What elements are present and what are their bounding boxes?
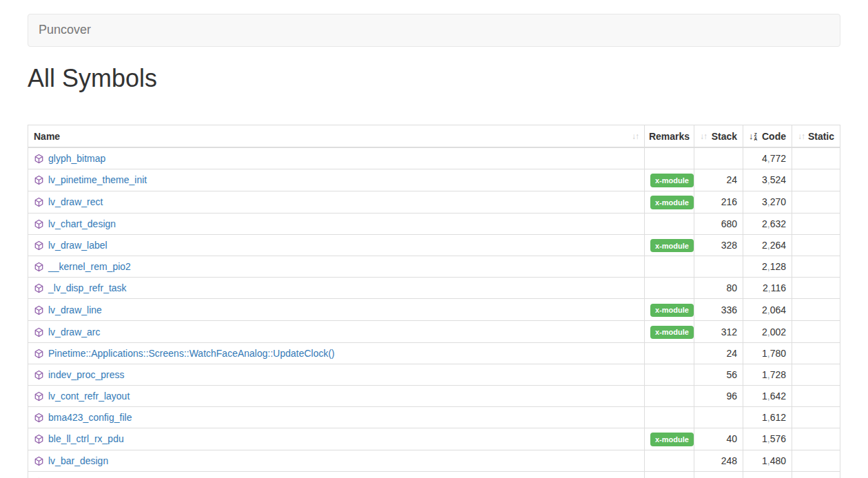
static-cell [792,299,840,321]
static-cell [792,385,840,406]
symbol-name-cell: inv_arc_area [28,471,645,478]
code-cell: 2,002 [743,321,792,343]
remarks-cell: x-module [645,191,694,213]
symbol-link[interactable]: glyph_bitmap [48,153,105,164]
sort-icon: ↓↑ [632,129,639,143]
symbol-link[interactable]: lv_draw_rect [48,196,103,207]
stack-cell: 328 [694,234,743,256]
stack-cell [694,406,743,428]
column-header-remarks[interactable]: Remarks [645,125,694,147]
stack-cell: 248 [694,450,743,471]
code-cell: 3,524 [743,169,792,191]
remarks-cell [645,471,694,478]
remarks-cell [645,406,694,428]
column-header-static[interactable]: ↓↑ Static [792,125,840,147]
static-cell [792,471,840,478]
code-cell: 3,270 [743,191,792,213]
symbols-table: Name ↓↑ Remarks ↓↑ Stack [28,125,840,478]
remarks-cell [645,278,694,299]
cube-icon [34,219,44,229]
symbol-name-cell: lv_pinetime_theme_init [28,169,645,191]
symbol-name-cell: lv_draw_arc [28,321,645,343]
symbol-name-cell: lv_draw_line [28,299,645,321]
symbol-name-cell: ble_ll_ctrl_rx_pdu [28,428,645,450]
static-cell [792,450,840,471]
cube-icon [34,413,44,423]
remarks-cell: x-module [645,321,694,343]
column-header-code[interactable]: ↓ Z A Code [743,125,792,147]
symbol-link[interactable]: __kernel_rem_pio2 [48,261,131,272]
symbol-name-cell: __kernel_rem_pio2 [28,256,645,278]
code-cell: 2,632 [743,213,792,234]
code-cell: 1,612 [743,406,792,428]
page-container: Puncover All Symbols Name ↓↑ Remarks [0,14,868,478]
cube-icon [34,175,44,185]
symbol-link[interactable]: lv_pinetime_theme_init [48,174,147,185]
static-cell [792,278,840,299]
symbol-link[interactable]: lv_draw_line [48,304,102,315]
static-cell [792,234,840,256]
column-label-name: Name [34,129,60,143]
remarks-cell [645,342,694,364]
cube-icon [34,283,44,293]
stack-cell: 88 [694,471,743,478]
cube-icon [34,391,44,402]
column-header-name[interactable]: Name ↓↑ [28,125,645,147]
code-cell: 2,116 [743,278,792,299]
navbar-brand-link[interactable]: Puncover [28,21,101,39]
table-header-row: Name ↓↑ Remarks ↓↑ Stack [28,125,840,147]
symbol-link[interactable]: _lv_disp_refr_task [48,282,127,293]
symbol-link[interactable]: Pinetime::Applications::Screens::WatchFa… [48,348,335,359]
remarks-cell: x-module [645,428,694,450]
symbol-link[interactable]: bma423_config_file [48,412,132,423]
table-row: ble_ll_ctrl_rx_pdu x-module 40 1,576 [28,428,840,450]
static-cell [792,213,840,234]
remarks-cell [645,147,694,169]
sort-icon: ↓↑ [700,129,707,143]
symbol-name-cell: glyph_bitmap [28,147,645,169]
symbol-link[interactable]: ble_ll_ctrl_rx_pdu [48,433,124,444]
symbol-link[interactable]: indev_proc_press [48,369,125,380]
code-cell: 4,772 [743,147,792,169]
code-cell: 2,264 [743,234,792,256]
navbar: Puncover [28,14,840,47]
symbol-link[interactable]: lv_draw_label [48,240,107,251]
cube-icon [34,154,44,164]
table-row: lv_draw_arc x-module 312 2,002 [28,321,840,343]
table-row: inv_arc_area 88 1,402 [28,471,840,478]
static-cell [792,342,840,364]
stack-cell: 80 [694,278,743,299]
table-row: glyph_bitmap 4,772 [28,147,840,169]
cube-icon [34,197,44,207]
symbol-link[interactable]: lv_draw_arc [48,326,100,337]
x-module-badge: x-module [650,239,694,252]
column-header-stack[interactable]: ↓↑ Stack [694,125,743,147]
symbol-link[interactable]: lv_chart_design [48,218,116,229]
static-cell [792,321,840,343]
table-row: lv_draw_rect x-module 216 3,270 [28,191,840,213]
cube-icon [34,349,44,359]
stack-cell: 56 [694,364,743,385]
stack-cell: 96 [694,385,743,406]
stack-cell [694,256,743,278]
page-title: All Symbols [28,61,840,96]
code-cell: 1,642 [743,385,792,406]
symbol-name-cell: Pinetime::Applications::Screens::WatchFa… [28,342,645,364]
symbol-name-cell: lv_chart_design [28,213,645,234]
static-cell [792,169,840,191]
symbol-link[interactable]: lv_cont_refr_layout [48,391,130,402]
remarks-cell: x-module [645,169,694,191]
sort-icon: ↓↑ [798,129,805,143]
stack-cell: 216 [694,191,743,213]
cube-icon [34,240,44,251]
x-module-badge: x-module [650,196,694,209]
code-cell: 1,576 [743,428,792,450]
column-label-static: Static [808,129,834,143]
cube-icon [34,370,44,380]
symbol-link[interactable]: lv_bar_design [48,455,108,466]
code-cell: 1,780 [743,342,792,364]
static-cell [792,406,840,428]
symbol-name-cell: lv_draw_rect [28,191,645,213]
remarks-cell: x-module [645,299,694,321]
code-cell: 2,128 [743,256,792,278]
